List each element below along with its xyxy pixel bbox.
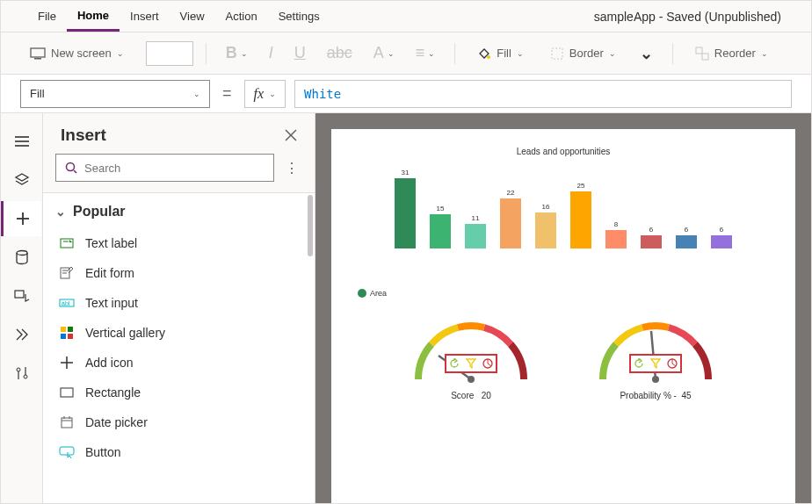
gallery-icon	[59, 325, 75, 341]
pie-icon	[482, 358, 493, 369]
insert-edit-form[interactable]: Edit form	[43, 258, 315, 288]
expand-collapse-button[interactable]: ⌄	[633, 40, 660, 67]
search-input[interactable]	[55, 154, 274, 182]
svg-rect-28	[61, 327, 66, 332]
calendar-icon	[59, 414, 75, 430]
new-screen-label: New screen	[51, 47, 112, 60]
svg-rect-29	[68, 327, 73, 332]
svg-rect-3	[552, 48, 562, 59]
gauge-label: Score 20	[451, 391, 491, 400]
underline-button[interactable]: U	[287, 40, 313, 66]
rail-tree-view[interactable]	[4, 124, 40, 159]
svg-rect-1	[34, 58, 41, 60]
chevron-down-icon: ⌄	[269, 90, 276, 98]
gauge-score: Score 20	[405, 313, 537, 400]
align-button[interactable]: ≡⌄	[409, 40, 443, 66]
tools-icon	[15, 365, 29, 381]
insert-add-icon[interactable]: Add icon	[43, 348, 315, 378]
panel-title: Insert	[61, 126, 106, 145]
fx-label: fx	[254, 86, 265, 102]
svg-rect-5	[702, 54, 708, 60]
insert-text-label[interactable]: Text label	[43, 228, 315, 258]
chevron-down-icon: ⌄	[761, 49, 768, 58]
svg-point-19	[67, 163, 75, 171]
insert-text-input[interactable]: abl Text input	[43, 288, 315, 318]
refresh-icon	[449, 358, 460, 369]
svg-point-44	[652, 376, 659, 383]
svg-line-20	[74, 170, 76, 173]
media-icon	[14, 289, 30, 303]
insert-rectangle[interactable]: Rectangle	[43, 378, 315, 407]
chart-legend: Area	[358, 289, 778, 298]
rail-insert[interactable]	[1, 201, 41, 236]
text-input-icon: abl	[59, 295, 75, 311]
gauge-toolbar[interactable]	[445, 354, 497, 373]
equals-sign: =	[219, 84, 236, 103]
bold-button[interactable]: B⌄	[219, 40, 255, 66]
rail-data[interactable]	[4, 240, 40, 275]
item-label: Vertical gallery	[85, 326, 165, 340]
close-icon	[285, 129, 297, 141]
filter-icon	[650, 358, 661, 369]
chevron-down-icon: ⌄	[117, 49, 124, 58]
bar-chart: 3115112216258666	[349, 165, 778, 248]
legend-swatch	[358, 289, 366, 298]
chart-title: Leads and opportunities	[349, 147, 778, 156]
svg-rect-21	[61, 239, 73, 248]
gauge-chart	[590, 313, 721, 384]
chevron-down-icon: ⌄	[193, 90, 200, 98]
border-icon	[550, 47, 564, 61]
insert-button[interactable]: Button	[43, 437, 315, 467]
menu-home[interactable]: Home	[67, 2, 120, 32]
svg-point-41	[468, 376, 475, 383]
rail-advanced-tools[interactable]	[4, 356, 40, 391]
rail-screens[interactable]	[4, 162, 40, 198]
item-label: Date picker	[85, 415, 148, 429]
chevron-down-icon: ⌄	[609, 49, 616, 58]
menu-file[interactable]: File	[27, 3, 67, 30]
app-canvas[interactable]: Leads and opportunities 3115112216258666…	[331, 129, 795, 504]
insert-vertical-gallery[interactable]: Vertical gallery	[43, 318, 315, 348]
font-color-button[interactable]: A⌄	[366, 40, 402, 66]
formula-input[interactable]: White	[294, 80, 792, 108]
separator	[454, 43, 455, 64]
svg-rect-39	[60, 447, 74, 455]
menu-action[interactable]: Action	[215, 3, 268, 30]
item-label: Text label	[85, 236, 137, 250]
italic-button[interactable]: I	[262, 40, 280, 66]
scrollbar[interactable]	[308, 195, 313, 256]
svg-rect-4	[696, 47, 702, 54]
property-selector[interactable]: Fill ⌄	[20, 80, 210, 108]
menu-settings[interactable]: Settings	[268, 3, 330, 30]
fx-button[interactable]: fx ⌄	[244, 80, 286, 108]
item-label: Text input	[85, 296, 138, 310]
fill-label: Fill	[497, 47, 511, 60]
menu-bar: File Home Insert View Action Settings sa…	[1, 1, 811, 32]
pie-icon	[667, 358, 678, 369]
reorder-label: Reorder	[714, 47, 756, 60]
reorder-icon	[695, 47, 709, 61]
rail-power-automate[interactable]	[4, 317, 40, 352]
plus-icon	[15, 211, 31, 227]
border-button[interactable]: Border ⌄	[540, 40, 626, 67]
reorder-button[interactable]: Reorder ⌄	[685, 40, 778, 67]
hamburger-icon	[14, 135, 30, 148]
more-options-button[interactable]: ⋮	[281, 160, 302, 176]
button-icon	[59, 444, 75, 460]
app-title: sampleApp - Saved (Unpublished)	[594, 10, 785, 24]
insert-date-picker[interactable]: Date picker	[43, 407, 315, 437]
gauge-toolbar[interactable]	[629, 354, 682, 373]
layers-icon	[14, 172, 30, 188]
theme-dropdown[interactable]	[146, 41, 193, 66]
menu-view[interactable]: View	[170, 3, 215, 30]
insert-body: ⌄ Popular Text label Edit form abl Text …	[43, 192, 315, 504]
close-panel-button[interactable]	[285, 129, 297, 141]
fill-button[interactable]: Fill ⌄	[468, 40, 533, 67]
strikethrough-button[interactable]: abc	[320, 40, 359, 66]
menu-insert[interactable]: Insert	[120, 3, 170, 30]
rail-media[interactable]	[4, 278, 40, 313]
new-screen-button[interactable]: New screen ⌄	[20, 40, 134, 66]
category-popular[interactable]: ⌄ Popular	[43, 193, 315, 228]
search-field[interactable]	[84, 162, 265, 175]
search-icon	[65, 162, 77, 174]
